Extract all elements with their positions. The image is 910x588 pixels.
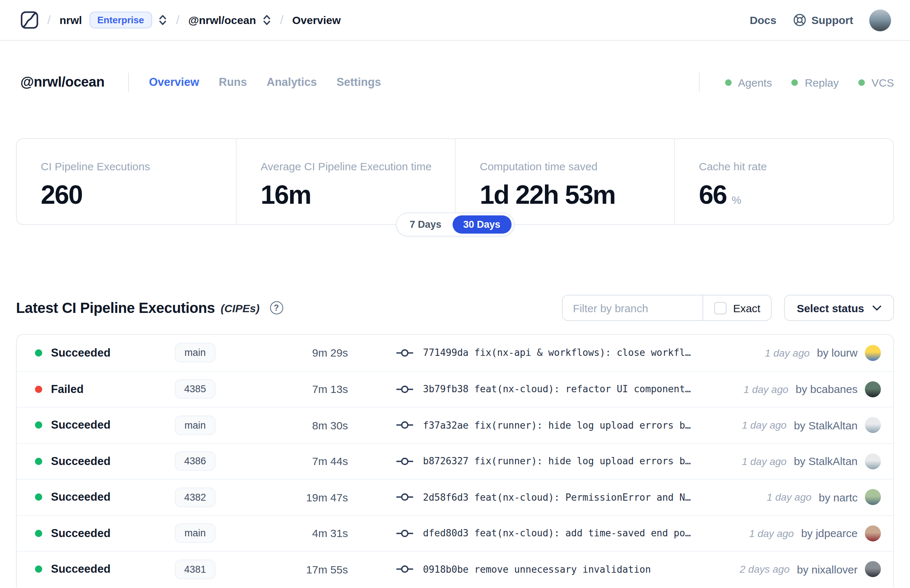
nx-cloud-app: / nrwl Enterprise / @nrwl/ocean / Overvi… [0,0,910,588]
breadcrumb-separator: / [280,13,283,27]
stat-value: 260 [41,180,82,210]
commit-message[interactable]: dfed80d3 feat(nx-cloud): add time-saved … [423,528,691,539]
commit-message[interactable]: 3b79fb38 feat(nx-cloud): refactor UI com… [423,384,691,395]
service-status-agents[interactable]: Agents [725,76,772,89]
cipe-table-row[interactable]: Succeeded 4382 19m 47s 2d58f6d3 feat(nx-… [17,479,893,515]
status-select-dropdown[interactable]: Select status [784,295,894,321]
exact-match-toggle[interactable]: Exact [703,296,771,320]
cipe-table-row[interactable]: Succeeded main 4m 31s dfed80d3 feat(nx-c… [17,515,893,551]
run-status-label: Succeeded [51,527,111,540]
breadcrumb-separator: / [47,13,50,27]
status-dot-icon [792,79,798,86]
tab-runs[interactable]: Runs [219,76,247,89]
branch-badge[interactable]: 4382 [175,488,215,507]
branch-filter-input[interactable] [563,296,703,320]
tab-settings[interactable]: Settings [336,76,381,89]
commit-message[interactable]: 771499da fix(nx-api & workflows): close … [423,347,691,359]
run-time-ago: 1 day ago [742,420,787,431]
stat-card-cache-hit-rate: Cache hit rate 66 % [674,139,893,224]
breadcrumb-org[interactable]: nrwl [59,14,82,26]
run-status-label: Succeeded [51,455,111,468]
branch-badge[interactable]: main [175,523,215,543]
cipe-table-row[interactable]: Failed 4385 7m 13s 3b79fb38 feat(nx-clou… [17,371,893,407]
cipe-table-row[interactable]: Succeeded main 9m 29s 771499da fix(nx-ap… [17,335,893,371]
branch-badge[interactable]: main [175,415,215,435]
run-duration: 7m 13s [242,383,348,396]
author-avatar[interactable] [865,525,881,541]
run-status-label: Succeeded [51,346,111,360]
author-avatar[interactable] [865,417,881,433]
support-lifebuoy-icon [792,13,806,27]
run-status-dot-icon [35,494,42,501]
section-title: Latest CI Pipeline Executions [16,299,215,316]
git-commit-icon [396,564,414,575]
run-status-dot-icon [35,386,42,393]
divider [128,73,128,92]
service-label: Replay [805,76,839,89]
user-avatar[interactable] [869,9,891,31]
commit-message[interactable]: 2d58f6d3 feat(nx-cloud): PermissionError… [423,492,691,503]
author-avatar[interactable] [865,345,881,361]
breadcrumb-workspace[interactable]: @nrwl/ocean [188,14,256,26]
divider [699,73,700,92]
run-status-dot-icon [35,422,42,429]
author-avatar[interactable] [865,489,881,506]
nx-cloud-logo-icon[interactable] [20,11,39,29]
tab-analytics[interactable]: Analytics [267,76,317,89]
branch-badge[interactable]: 4381 [175,560,215,579]
cipe-table-row[interactable]: Succeeded main 8m 30s f37a32ae fix(runne… [17,407,893,443]
service-label: VCS [871,76,894,89]
branch-badge[interactable]: 4386 [175,452,215,471]
support-link[interactable]: Support [792,13,853,27]
run-time-ago: 1 day ago [749,528,794,539]
workspace-tabs: Overview Runs Analytics Settings [149,76,381,89]
stat-value: 1d 22h 53m [480,180,615,210]
cipe-table-row[interactable]: Succeeded 4386 7m 44s b8726327 fix(runne… [17,443,893,479]
commit-message[interactable]: 0918b0be remove unnecessary invalidation [423,564,651,575]
stat-label: Average CI Pipeline Execution time [260,160,455,173]
help-icon[interactable]: ? [270,301,283,314]
git-commit-icon [396,456,414,467]
docs-link[interactable]: Docs [750,14,776,26]
range-30-days-button[interactable]: 30 Days [453,215,511,234]
branch-badge[interactable]: main [175,343,215,363]
run-status-label: Succeeded [51,419,111,432]
cipe-table-row[interactable]: Succeeded 4381 17m 55s 0918b0be remove u… [17,551,893,587]
stat-suffix: % [732,194,742,206]
enterprise-badge: Enterprise [89,11,152,28]
branch-badge[interactable]: 4385 [175,380,215,399]
date-range-toggle: 7 Days 30 Days [396,213,514,236]
tab-overview[interactable]: Overview [149,76,199,89]
author-avatar[interactable] [865,561,881,577]
chevron-down-icon [872,305,882,311]
commit-message[interactable]: b8726327 fix(runner): hide log upload er… [423,456,691,467]
workspace-header: @nrwl/ocean Overview Runs Analytics Sett… [20,71,894,93]
service-status-vcs[interactable]: VCS [858,76,894,89]
branch-filter-group: Exact [562,295,772,321]
workspace-title: @nrwl/ocean [20,74,105,90]
run-author: by nartc [819,491,858,504]
run-author: by nixallover [797,563,858,576]
stat-cards: CI Pipeline Executions 260 Average CI Pi… [16,138,894,225]
run-status-dot-icon [35,458,42,465]
stat-label: Cache hit rate [699,160,893,173]
org-switcher-chevrons-icon[interactable] [158,13,167,27]
run-duration: 19m 47s [242,491,348,504]
git-commit-icon [396,348,414,358]
workspace-switcher-chevrons-icon[interactable] [262,13,271,27]
status-dot-icon [858,79,865,86]
stats-section: CI Pipeline Executions 260 Average CI Pi… [16,138,894,225]
commit-message[interactable]: f37a32ae fix(runner): hide log upload er… [423,420,691,431]
exact-checkbox[interactable] [714,302,727,314]
run-author: by StalkAltan [794,419,858,431]
stat-value: 66 [699,180,727,210]
stat-card-avg-execution-time: Average CI Pipeline Execution time 16m [236,139,455,224]
author-avatar[interactable] [865,381,881,397]
range-7-days-button[interactable]: 7 Days [399,215,452,234]
run-status-dot-icon [35,566,42,573]
service-status-replay[interactable]: Replay [792,76,839,89]
run-author: by StalkAltan [794,455,858,468]
stat-label: Computation time saved [480,160,674,173]
run-status-label: Succeeded [51,491,111,504]
author-avatar[interactable] [865,453,881,469]
